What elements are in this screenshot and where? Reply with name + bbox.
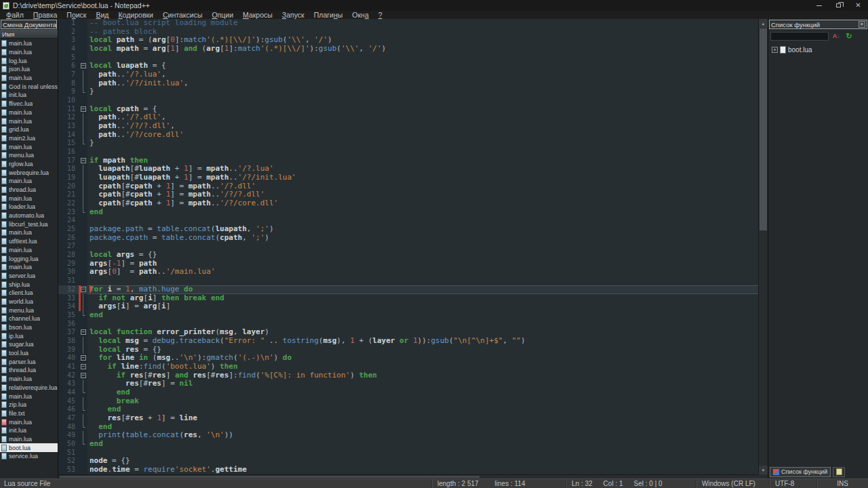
fold-collapse-icon[interactable]: − bbox=[81, 63, 86, 68]
code-line[interactable]: 28local args = {} bbox=[58, 251, 758, 260]
list-item[interactable]: main.lua bbox=[0, 48, 58, 57]
editor-area[interactable]: 1-- boot.lua script loading module2-- pa… bbox=[58, 19, 768, 479]
fold-margin[interactable] bbox=[79, 234, 87, 243]
fold-collapse-icon[interactable]: − bbox=[81, 158, 86, 163]
fold-margin[interactable] bbox=[79, 165, 87, 174]
list-item[interactable]: menu.lua bbox=[0, 151, 58, 160]
list-item[interactable]: automato.lua bbox=[0, 211, 58, 220]
panel-close-icon[interactable]: ✕ bbox=[56, 21, 57, 28]
fold-margin[interactable]: − bbox=[79, 157, 87, 165]
list-item[interactable]: json.lua bbox=[0, 65, 58, 74]
fold-margin[interactable] bbox=[79, 19, 87, 28]
code-line[interactable]: 10 bbox=[58, 96, 758, 105]
expand-icon[interactable]: + bbox=[772, 47, 778, 53]
list-item[interactable]: main.lua bbox=[0, 108, 58, 117]
code-line[interactable]: 26package.cpath = table.concat(cpath, ';… bbox=[58, 234, 758, 243]
list-item[interactable]: main.lua bbox=[0, 74, 58, 83]
code-line[interactable]: 5 bbox=[58, 54, 758, 62]
list-item[interactable]: main.lua bbox=[0, 263, 58, 272]
fold-margin[interactable] bbox=[79, 225, 87, 234]
encoding-label[interactable]: UTF-8 bbox=[769, 479, 816, 488]
code-line[interactable]: 18 luapath[#luapath + 1] = mpath..'/?.lu… bbox=[58, 165, 758, 174]
code-line[interactable]: 6−local luapath = { bbox=[58, 62, 758, 70]
fold-margin[interactable] bbox=[79, 388, 87, 397]
code-line[interactable]: 37−local function error_printer(msg, lay… bbox=[58, 328, 758, 337]
menu-item-4[interactable]: Кодировки bbox=[113, 11, 157, 19]
eol-format-label[interactable]: Windows (CR LF) bbox=[696, 479, 769, 488]
code-line[interactable]: 42− if res[#res] and res[#res]:find('%[C… bbox=[58, 371, 758, 380]
list-item[interactable]: init.lua bbox=[0, 426, 58, 435]
list-item[interactable]: main2.lua bbox=[0, 134, 58, 143]
list-item[interactable]: main.lua bbox=[0, 228, 58, 237]
fold-margin[interactable] bbox=[79, 337, 87, 346]
menu-item-9[interactable]: Плагины bbox=[309, 11, 348, 19]
fold-margin[interactable] bbox=[79, 70, 87, 79]
list-item[interactable]: main.lua bbox=[0, 194, 58, 203]
fold-margin[interactable] bbox=[79, 414, 87, 423]
code-line[interactable]: 53node.time = require'socket'.gettime bbox=[58, 466, 758, 474]
code-line[interactable]: 4local mpath = arg[1] and (arg[1]:match'… bbox=[58, 45, 758, 54]
vertical-scrollbar-thumb[interactable] bbox=[760, 28, 767, 230]
document-switcher-caption[interactable]: Смена Документа ✕ bbox=[1, 20, 57, 29]
fold-margin[interactable] bbox=[79, 208, 87, 217]
code-line[interactable]: 13 path..'/?/?.dll', bbox=[58, 122, 758, 131]
menu-item-11[interactable]: ? bbox=[374, 11, 387, 19]
fold-margin[interactable]: − bbox=[79, 363, 87, 371]
sort-icon[interactable]: A↓ bbox=[831, 31, 842, 41]
list-item[interactable]: channel.lua bbox=[0, 314, 58, 323]
fold-margin[interactable] bbox=[79, 122, 87, 131]
code-line[interactable]: 35end bbox=[58, 311, 758, 320]
list-item[interactable]: main.lua bbox=[0, 117, 58, 125]
fold-margin[interactable] bbox=[79, 190, 87, 199]
list-item[interactable]: main.lua bbox=[0, 392, 58, 401]
fold-margin[interactable]: − bbox=[79, 62, 87, 70]
fold-margin[interactable] bbox=[79, 294, 87, 303]
horizontal-scrollbar-thumb[interactable] bbox=[60, 476, 479, 478]
code-line[interactable]: 9} bbox=[58, 87, 758, 96]
list-item[interactable]: log.lua bbox=[0, 56, 58, 65]
function-list-caption[interactable]: Список функций ✕ bbox=[769, 20, 867, 29]
fold-margin[interactable] bbox=[79, 131, 87, 140]
function-search-input[interactable] bbox=[770, 32, 829, 41]
list-item[interactable]: init.lua bbox=[0, 91, 58, 100]
fold-collapse-icon[interactable]: − bbox=[81, 373, 86, 378]
code-line[interactable]: 7 path..'/?.lua', bbox=[58, 70, 758, 79]
tab-doc-panel[interactable] bbox=[833, 467, 845, 477]
code-line[interactable]: 1-- boot.lua script loading module bbox=[58, 19, 758, 28]
fold-margin[interactable] bbox=[79, 36, 87, 45]
menu-item-0[interactable]: Файл bbox=[1, 11, 28, 19]
panel-close-icon[interactable]: ✕ bbox=[859, 21, 865, 28]
code-line[interactable]: 41− if line:find('boot.lua') then bbox=[58, 363, 758, 371]
list-item[interactable]: webrequire.lua bbox=[0, 168, 58, 177]
code-line[interactable]: 25package.path = table.concat(luapath, '… bbox=[58, 225, 758, 234]
code-line[interactable]: 43 res[#res] = nil bbox=[58, 380, 758, 388]
list-item[interactable]: file.txt bbox=[0, 409, 58, 418]
list-item[interactable]: grid.lua bbox=[0, 125, 58, 134]
code-line[interactable]: 14 path..'/?/core.dll' bbox=[58, 131, 758, 140]
list-item[interactable]: parser.lua bbox=[0, 357, 58, 366]
fold-collapse-icon[interactable]: − bbox=[81, 287, 86, 292]
code-line[interactable]: 23end bbox=[58, 208, 758, 217]
list-item[interactable]: main.lua bbox=[0, 142, 58, 151]
code-line[interactable]: 52node = {} bbox=[58, 457, 758, 466]
code-line[interactable]: 8 path..'/?/init.lua', bbox=[58, 79, 758, 88]
code-line[interactable]: 29args[-1] = path bbox=[58, 260, 758, 268]
code-line[interactable]: 40− for line in (msg..'\n'):gmatch('(.-)… bbox=[58, 354, 758, 363]
fold-margin[interactable] bbox=[79, 87, 87, 96]
fold-margin[interactable] bbox=[79, 311, 87, 320]
fold-margin[interactable] bbox=[79, 423, 87, 432]
code-line[interactable]: 20 cpath[#cpath + 1] = mpath..'/?.dll' bbox=[58, 182, 758, 191]
tab-function-list[interactable]: Список функций bbox=[770, 467, 831, 477]
list-item[interactable]: ffivec.lua bbox=[0, 100, 58, 108]
minimize-button[interactable] bbox=[809, 0, 829, 11]
list-item[interactable]: main.lua bbox=[0, 418, 58, 426]
fold-margin[interactable] bbox=[79, 449, 87, 458]
fold-margin[interactable] bbox=[79, 96, 87, 105]
scroll-up-icon[interactable]: ▲ bbox=[759, 19, 768, 28]
code-line[interactable]: 33 if not arg[i] then break end bbox=[58, 294, 758, 303]
fold-margin[interactable] bbox=[79, 79, 87, 88]
code-line[interactable]: 12 path..'/?.dll', bbox=[58, 113, 758, 122]
close-button[interactable]: ✕ bbox=[848, 0, 868, 11]
list-item[interactable]: bson.lua bbox=[0, 323, 58, 332]
fold-collapse-icon[interactable]: − bbox=[81, 329, 86, 335]
